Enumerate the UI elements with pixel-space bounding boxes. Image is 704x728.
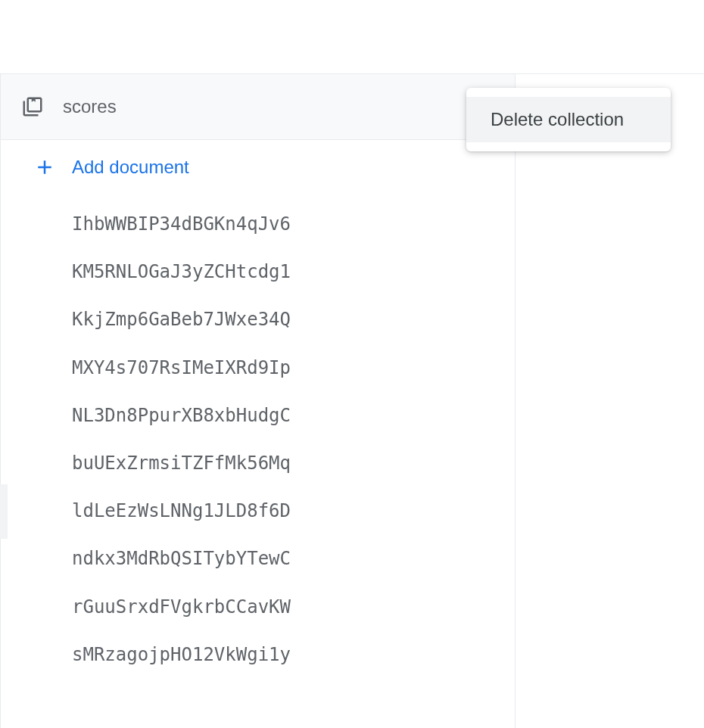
document-item[interactable]: NL3Dn8PpurXB8xbHudgC [1,392,515,440]
document-list: IhbWWBIP34dBGKn4qJv6 KM5RNLOGaJ3yZCHtcdg… [1,194,515,685]
document-item[interactable]: ndkx3MdRbQSITybYTewC [1,535,515,583]
collection-panel: scores Add document IhbWWBIP34dBGKn4qJv6… [0,74,516,728]
document-item[interactable]: buUExZrmsiTZFfMk56Mq [1,440,515,487]
document-item[interactable]: rGuuSrxdFVgkrbCCavKW [1,583,515,631]
document-item[interactable]: MXY4s707RsIMeIXRd9Ip [1,344,515,392]
right-panel [516,74,704,728]
add-document-label: Add document [72,157,189,178]
main-container: scores Add document IhbWWBIP34dBGKn4qJv6… [0,74,704,728]
document-item[interactable]: sMRzagojpHO12VkWgi1y [1,631,515,679]
document-item[interactable]: IhbWWBIP34dBGKn4qJv6 [1,201,515,248]
document-item[interactable]: ldLeEzWsLNNg1JLD8f6D [1,487,515,535]
add-document-button[interactable]: Add document [1,140,515,194]
collection-header: scores [1,74,515,140]
collection-icon [19,93,46,120]
delete-collection-menu-item[interactable]: Delete collection [466,97,671,142]
collection-title: scores [63,96,463,117]
left-edge-indicator [0,484,8,539]
context-menu: Delete collection [466,88,671,151]
top-spacer [0,0,704,74]
document-item[interactable]: KkjZmp6GaBeb7JWxe34Q [1,296,515,344]
add-icon [33,155,57,179]
document-item[interactable]: KM5RNLOGaJ3yZCHtcdg1 [1,248,515,296]
